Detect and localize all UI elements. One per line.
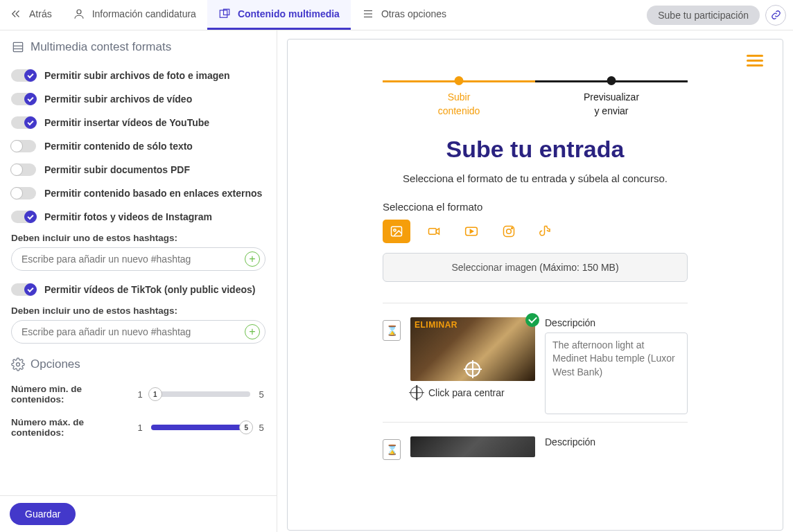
nav-candidacy[interactable]: Información candidatura — [62, 0, 207, 30]
upload-participation-button[interactable]: Sube tu participación — [647, 6, 760, 25]
entry-row: ⌛ Descripción — [383, 422, 688, 466]
options-section-header: Opciones — [11, 357, 265, 371]
step-2-label: Previsualizary enviar — [535, 91, 688, 118]
upload-success-icon — [525, 313, 539, 327]
nav-multimedia[interactable]: Contenido multimedia — [207, 0, 351, 30]
format-tiktok-icon[interactable] — [532, 220, 560, 243]
toggle-text-only[interactable] — [11, 140, 36, 152]
toggle-tiktok-label: Permitir vídeos de TikTok (only public v… — [44, 284, 255, 295]
entry-thumbnail[interactable]: ELIMINAR — [410, 317, 535, 381]
preview-stepper: Subircontenido Previsualizary enviar — [383, 77, 688, 118]
description-label: Descripción — [545, 317, 688, 328]
svg-rect-12 — [429, 229, 437, 234]
preview-menu-icon[interactable] — [747, 52, 763, 69]
nav-multimedia-label: Contenido multimedia — [238, 8, 340, 19]
entry-row: ⌛ ELIMINAR Click para centrar De — [383, 303, 688, 422]
nav-back[interactable]: Atrás — [0, 0, 62, 30]
tiktok-hashtag-add-button[interactable]: + — [245, 324, 260, 339]
min-slider-thumb[interactable]: 1 — [148, 387, 162, 401]
slider-max-lower: 1 — [136, 423, 144, 433]
slider-max-upper: 5 — [257, 423, 265, 433]
toggle-video-label: Permitir subir archivos de vídeo — [44, 94, 192, 105]
nav-other[interactable]: Otras opciones — [351, 0, 458, 30]
preview-title: Sube tu entrada — [308, 136, 762, 163]
toggle-photo-label: Permitir subir archivos de foto e imagen — [44, 70, 230, 81]
toggle-instagram-label: Permitir fotos y videos de Instagram — [44, 211, 212, 222]
description-textarea[interactable] — [545, 332, 688, 414]
toggle-pdf-label: Permitir subir documentos PDF — [44, 164, 190, 175]
toggle-pdf[interactable] — [11, 163, 36, 176]
toggle-photo[interactable] — [11, 69, 36, 82]
svg-point-11 — [394, 229, 396, 231]
step-1-label: Subircontenido — [383, 91, 535, 118]
click-to-center-button[interactable]: Click para centrar — [410, 387, 535, 399]
tiktok-hashtag-input[interactable] — [11, 320, 265, 344]
hourglass-icon: ⌛ — [383, 320, 401, 341]
entry-thumbnail[interactable] — [410, 436, 535, 457]
toggle-external[interactable] — [11, 187, 36, 200]
toggle-instagram[interactable] — [11, 211, 36, 223]
svg-point-0 — [77, 10, 81, 14]
toggle-youtube[interactable] — [11, 116, 36, 129]
min-contents-label: Número min. de contenidos: — [11, 384, 129, 405]
nav-candidacy-label: Información candidatura — [92, 8, 196, 19]
save-button[interactable]: Guardar — [10, 503, 76, 525]
format-instagram-icon[interactable] — [495, 220, 523, 243]
nav-back-label: Atrás — [29, 8, 52, 19]
svg-rect-10 — [392, 227, 402, 236]
tiktok-hashtags-label: Deben incluir uno de estos hashtags: — [11, 305, 265, 316]
formats-section-header: Multimedia contest formats — [11, 40, 265, 54]
toggle-youtube-label: Permitir insertar vídeos de YouTube — [44, 117, 209, 128]
nav-other-label: Otras opciones — [381, 8, 446, 19]
format-image-icon[interactable] — [383, 220, 410, 243]
max-contents-slider[interactable]: 5 — [151, 425, 250, 430]
format-label: Selecciona el formato — [383, 201, 688, 213]
toggle-tiktok[interactable] — [11, 283, 36, 296]
format-video-icon[interactable] — [420, 220, 448, 243]
svg-point-18 — [512, 227, 513, 229]
select-image-button[interactable]: Seleccionar imagen (Máximo: 150 MB) — [383, 253, 688, 282]
instagram-hashtag-input[interactable] — [11, 247, 265, 271]
thumbnail-target-icon — [465, 362, 480, 377]
instagram-hashtags-label: Deben incluir uno de estos hashtags: — [11, 233, 265, 243]
slider-min-upper: 5 — [257, 389, 265, 400]
target-icon — [410, 387, 423, 399]
description-label: Descripción — [545, 436, 688, 447]
svg-rect-6 — [13, 42, 22, 51]
share-link-button[interactable] — [765, 5, 786, 26]
instagram-hashtag-add-button[interactable]: + — [245, 251, 260, 267]
svg-point-17 — [507, 229, 512, 233]
eliminate-button[interactable]: ELIMINAR — [415, 320, 458, 330]
preview-subtitle: Selecciona el formato de tu entrada y sú… — [397, 171, 674, 187]
svg-point-9 — [17, 363, 20, 366]
svg-marker-15 — [470, 229, 473, 233]
min-contents-slider[interactable]: 1 — [151, 391, 250, 397]
toggle-text-only-label: Permitir contenido de sólo texto — [44, 141, 193, 152]
toggle-external-label: Permitir contenido basado en enlaces ext… — [44, 188, 262, 199]
slider-min-lower: 1 — [136, 389, 144, 400]
max-slider-thumb[interactable]: 5 — [239, 420, 253, 434]
format-youtube-icon[interactable] — [458, 220, 485, 243]
max-contents-label: Número máx. de contenidos: — [11, 417, 129, 438]
hourglass-icon: ⌛ — [383, 439, 401, 460]
toggle-video[interactable] — [11, 93, 36, 105]
